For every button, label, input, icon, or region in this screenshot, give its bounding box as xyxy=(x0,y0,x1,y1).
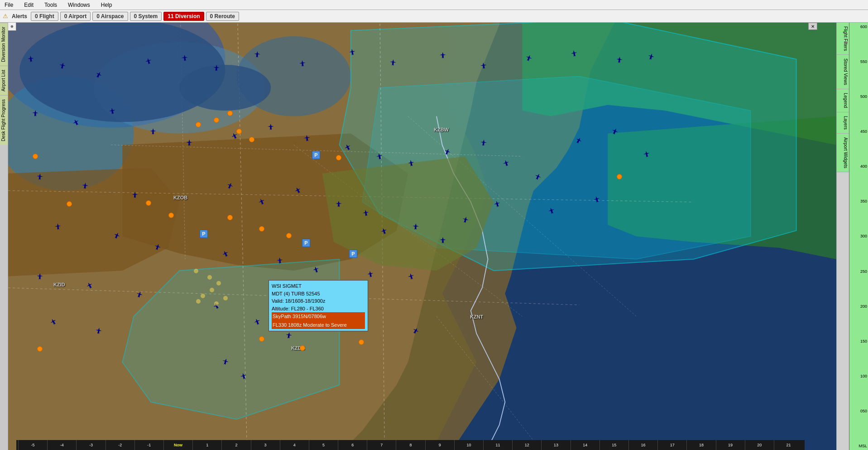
system-badge[interactable]: 0 System xyxy=(130,12,162,21)
alt-150: 150 xyxy=(850,339,867,344)
orange-dot-marker[interactable] xyxy=(227,215,233,220)
p-marker-0[interactable]: P xyxy=(312,151,320,159)
orange-dot-marker[interactable] xyxy=(300,345,305,351)
timeline-mark: -1 xyxy=(134,440,163,450)
orange-dot-marker[interactable] xyxy=(146,200,151,206)
yellow-dot-marker xyxy=(216,281,221,285)
orange-dot-marker[interactable] xyxy=(359,339,364,345)
orange-dot-marker[interactable] xyxy=(168,213,174,218)
collapse-button[interactable]: ✕ xyxy=(808,23,817,30)
aircraft-icon[interactable] xyxy=(150,128,156,135)
alt-600: 600 xyxy=(850,24,867,29)
aircraft-icon[interactable] xyxy=(213,65,220,72)
aircraft-icon[interactable] xyxy=(412,223,419,230)
alt-500: 500 xyxy=(850,94,867,99)
timeline-mark: 5 xyxy=(309,440,338,450)
legend-tab[interactable]: Legend xyxy=(837,89,849,112)
stored-views-tab[interactable]: Stored Views xyxy=(837,55,849,89)
desk-flight-progress-tab[interactable]: Desk Flight Progress xyxy=(0,95,8,145)
aircraft-icon[interactable] xyxy=(480,139,487,146)
aircraft-icon[interactable] xyxy=(299,60,306,67)
aircraft-icon[interactable] xyxy=(303,135,311,142)
flight-badge[interactable]: 0 Flight xyxy=(31,12,58,21)
orange-dot-marker[interactable] xyxy=(37,346,43,352)
aircraft-icon[interactable] xyxy=(82,182,89,189)
diversion-monitor-tab[interactable]: Diversion Monitor xyxy=(0,23,8,66)
aircraft-icon[interactable] xyxy=(643,150,650,158)
alt-350: 350 xyxy=(850,199,867,203)
aircraft-icon[interactable] xyxy=(336,201,342,207)
orange-dot-marker[interactable] xyxy=(286,233,292,238)
aircraft-icon[interactable] xyxy=(349,48,356,56)
orange-dot-marker[interactable] xyxy=(617,174,622,179)
aircraft-icon[interactable] xyxy=(59,62,67,70)
aircraft-icon[interactable] xyxy=(181,54,188,62)
orange-dot-marker[interactable] xyxy=(259,336,264,342)
alt-msl: MSL xyxy=(850,444,867,448)
aircraft-icon[interactable] xyxy=(480,62,487,69)
aircraft-icon[interactable] xyxy=(27,55,34,63)
aircraft-icon[interactable] xyxy=(376,153,384,160)
airport-label-kzbw: KZBW xyxy=(434,127,449,132)
aircraft-icon[interactable] xyxy=(285,332,293,339)
orange-dot-marker[interactable] xyxy=(259,226,264,232)
diversion-badge[interactable]: 11 Diversion xyxy=(163,12,204,21)
timeline-mark: 13 xyxy=(541,440,570,450)
map-area[interactable]: KZBW KZOB KZID KZNT KZDC P P P P xyxy=(8,23,836,450)
p-marker-2[interactable]: P xyxy=(302,239,310,247)
airport-widgets-tab[interactable]: Airport Widgets xyxy=(837,134,849,172)
airport-label-kzob: KZOB xyxy=(173,195,187,200)
aircraft-icon[interactable] xyxy=(440,237,446,243)
menu-help[interactable]: Help xyxy=(98,1,115,9)
p-marker-1[interactable]: P xyxy=(200,230,208,238)
aircraft-icon[interactable] xyxy=(440,52,446,58)
aircraft-icon[interactable] xyxy=(109,107,116,115)
menu-tools[interactable]: Tools xyxy=(42,1,60,9)
layers-tab[interactable]: Layers xyxy=(837,112,849,134)
aircraft-icon[interactable] xyxy=(367,271,374,278)
orange-dot-marker[interactable] xyxy=(214,117,219,123)
map-svg xyxy=(8,23,836,450)
orange-dot-marker[interactable] xyxy=(227,111,233,116)
timeline-bar[interactable]: -5 -4 -3 -2 -1 Now 1 2 3 4 5 6 7 8 9 10 … xyxy=(16,440,805,450)
aircraft-icon[interactable] xyxy=(276,257,283,264)
sigmet-line1: MDT (4) TURB 52545 xyxy=(272,290,365,298)
timeline-mark: 10 xyxy=(454,440,483,450)
menu-file[interactable]: File xyxy=(2,1,16,9)
alt-250: 250 xyxy=(850,269,867,274)
aircraft-icon[interactable] xyxy=(36,173,43,180)
menu-edit[interactable]: Edit xyxy=(21,1,36,9)
aircraft-icon[interactable] xyxy=(54,223,61,230)
aircraft-icon[interactable] xyxy=(32,110,38,116)
timeline-mark: 4 xyxy=(280,440,309,450)
airport-badge[interactable]: 0 Airport xyxy=(60,12,91,21)
aircraft-icon[interactable] xyxy=(362,209,369,217)
aircraft-icon[interactable] xyxy=(186,140,192,146)
aircraft-icon[interactable] xyxy=(268,124,274,130)
airspace-badge[interactable]: 0 Airspace xyxy=(92,12,128,21)
p-marker-3[interactable]: P xyxy=(349,250,357,258)
orange-dot-marker[interactable] xyxy=(67,201,72,207)
aircraft-icon[interactable] xyxy=(254,51,261,58)
reroute-badge[interactable]: 0 Reroute xyxy=(206,12,239,21)
airport-list-tab[interactable]: Airport List xyxy=(0,66,8,95)
orange-dot-marker[interactable] xyxy=(236,129,242,134)
yellow-dot-marker xyxy=(223,296,228,300)
aircraft-icon[interactable] xyxy=(616,56,623,63)
aircraft-icon[interactable] xyxy=(95,327,102,334)
orange-dot-marker[interactable] xyxy=(336,155,341,160)
flight-filters-tab[interactable]: Flight Filters xyxy=(837,23,849,55)
aircraft-icon[interactable] xyxy=(408,160,415,167)
aircraft-icon[interactable] xyxy=(389,59,396,66)
aircraft-icon[interactable] xyxy=(132,192,138,198)
menu-windows[interactable]: Windows xyxy=(65,1,93,9)
aircraft-icon[interactable] xyxy=(571,50,578,57)
timeline-mark: 20 xyxy=(745,440,774,450)
aircraft-icon[interactable] xyxy=(37,273,43,280)
orange-dot-marker[interactable] xyxy=(33,154,38,159)
orange-dot-marker[interactable] xyxy=(196,122,201,127)
orange-dot-marker[interactable] xyxy=(249,137,254,142)
airport-label-kzid: KZID xyxy=(53,282,65,287)
timeline-mark: 16 xyxy=(628,440,657,450)
sigmet-popup[interactable]: WSI SIGMET MDT (4) TURB 52545 Valid: 18/… xyxy=(269,280,368,331)
